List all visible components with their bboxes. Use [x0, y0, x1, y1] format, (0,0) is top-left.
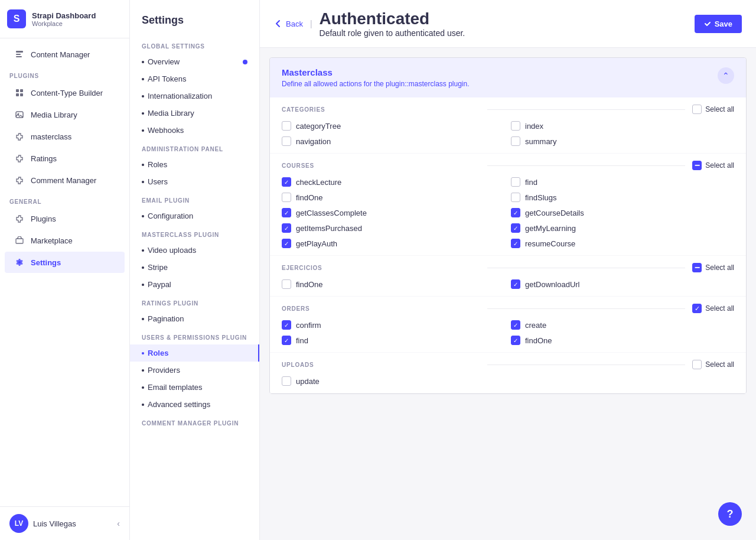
- checkbox-find[interactable]: [511, 177, 520, 187]
- nav-item-label: Overview: [148, 57, 180, 66]
- nav-item-label: Roles: [148, 349, 168, 357]
- checkbox-label: getDownloadUrl: [525, 280, 580, 289]
- back-button[interactable]: Back: [274, 19, 303, 28]
- settings-nav-internationalization[interactable]: Internationalization: [130, 87, 259, 105]
- uploads-select-all-label: Select all: [705, 360, 734, 369]
- sidebar-item-label: Settings: [31, 258, 61, 267]
- sidebar-item-settings[interactable]: Settings: [5, 252, 125, 273]
- settings-nav-users-admin[interactable]: Users: [130, 173, 259, 190]
- checkbox-index[interactable]: [511, 121, 520, 131]
- checkbox-getPlayAuth[interactable]: ✓: [282, 239, 291, 248]
- settings-nav-configuration[interactable]: Configuration: [130, 207, 259, 225]
- courses-select-all-label: Select all: [705, 161, 734, 170]
- checkbox-label: getItemsPurchased: [296, 224, 362, 233]
- settings-nav-providers[interactable]: Providers: [130, 362, 259, 379]
- settings-nav-media-library[interactable]: Media Library: [130, 105, 259, 122]
- app-logo: S: [7, 9, 26, 28]
- checkbox-label: create: [525, 321, 546, 330]
- section-divider: [487, 308, 686, 309]
- settings-nav-roles-up[interactable]: Roles: [130, 344, 259, 362]
- checkbox-confirm[interactable]: ✓: [282, 320, 291, 330]
- settings-nav-advanced-settings[interactable]: Advanced settings: [130, 396, 259, 413]
- sidebar-item-media-library[interactable]: Media Library: [5, 104, 125, 125]
- categories-checkboxes: categoryTree index navigation summary: [282, 121, 734, 146]
- sidebar-header: S Strapi Dashboard Workplace: [0, 0, 129, 38]
- nav-item-label: Configuration: [148, 212, 193, 220]
- sidebar-item-marketplace[interactable]: Marketplace: [5, 230, 125, 251]
- nav-item-label: Advanced settings: [148, 400, 210, 409]
- checkbox-ej-findOne[interactable]: [282, 279, 291, 289]
- checkbox-checkLecture[interactable]: ✓: [282, 177, 291, 187]
- page-title: Authenticated: [320, 9, 465, 28]
- sidebar-item-plugins[interactable]: Plugins: [5, 208, 125, 229]
- settings-nav-paypal[interactable]: Paypal: [130, 276, 259, 293]
- sidebar-item-ratings[interactable]: Ratings: [5, 148, 125, 169]
- puzzle-icon: [14, 131, 25, 142]
- checkbox-ord-findOne[interactable]: ✓: [511, 336, 520, 345]
- sidebar-item-comment-manager[interactable]: Comment Manager: [5, 170, 125, 191]
- media-icon: [14, 109, 25, 120]
- nav-item-label: Pagination: [148, 314, 184, 323]
- checkbox-resumeCourse[interactable]: ✓: [511, 239, 520, 248]
- svg-rect-5: [16, 93, 19, 96]
- app-subtitle: Workplace: [32, 20, 96, 27]
- checkbox-categoryTree[interactable]: [282, 121, 291, 131]
- content-area: Masterclass Define all allowed actions f…: [260, 48, 756, 540]
- checkbox-label: checkLecture: [296, 178, 341, 187]
- settings-nav-pagination[interactable]: Pagination: [130, 310, 259, 327]
- checkbox-getDownloadUrl[interactable]: ✓: [511, 279, 520, 289]
- save-button[interactable]: Save: [695, 15, 742, 33]
- main-content: Back | Authenticated Default role given …: [260, 0, 756, 540]
- nav-item-label: Email templates: [148, 383, 202, 392]
- orders-select-all-checkbox[interactable]: ✓: [692, 304, 702, 313]
- checkbox-label: index: [525, 122, 543, 131]
- settings-panel: Settings GLOBAL SETTINGS Overview API To…: [130, 0, 260, 540]
- checkbox-item-categoryTree: categoryTree: [282, 121, 505, 131]
- section-divider: [487, 109, 686, 110]
- help-button[interactable]: ?: [718, 502, 742, 526]
- sidebar-item-masterclass[interactable]: masterclass: [5, 126, 125, 147]
- settings-nav-video-uploads[interactable]: Video uploads: [130, 242, 259, 259]
- sidebar-item-content-manager[interactable]: Content Manager: [5, 44, 125, 65]
- checkbox-findSlugs[interactable]: [511, 193, 520, 202]
- checkbox-label: navigation: [296, 137, 331, 146]
- checkbox-create[interactable]: ✓: [511, 320, 520, 330]
- dot-icon: [142, 164, 144, 166]
- checkbox-getMyLearning[interactable]: ✓: [511, 223, 520, 233]
- settings-nav-api-tokens[interactable]: API Tokens: [130, 70, 259, 87]
- settings-nav-roles-admin[interactable]: Roles: [130, 156, 259, 173]
- checkbox-ord-find[interactable]: ✓: [282, 336, 291, 345]
- notification-dot: [243, 60, 247, 64]
- plugins-section-label: PLUGINS: [0, 66, 129, 82]
- checkbox-getClassesComplete[interactable]: ✓: [282, 208, 291, 217]
- content-icon: [14, 49, 25, 60]
- dot-icon: [142, 95, 144, 97]
- dot-icon: [142, 249, 144, 252]
- nav-item-label: API Tokens: [148, 74, 187, 83]
- ejercicios-select-all-checkbox[interactable]: −: [692, 263, 702, 272]
- checkbox-item-index: index: [511, 121, 734, 131]
- collapse-button[interactable]: ⌃: [718, 67, 734, 84]
- svg-rect-4: [20, 89, 23, 92]
- collapse-icon[interactable]: ‹: [117, 519, 120, 528]
- dot-icon: [142, 266, 144, 269]
- settings-nav-webhooks[interactable]: Webhooks: [130, 122, 259, 139]
- avatar: LV: [9, 514, 28, 533]
- checkbox-getItemsPurchased[interactable]: ✓: [282, 223, 291, 233]
- marketplace-icon: [14, 235, 25, 246]
- checkbox-update[interactable]: [282, 376, 291, 386]
- checkbox-findOne[interactable]: [282, 193, 291, 202]
- settings-nav-email-templates[interactable]: Email templates: [130, 379, 259, 396]
- checkbox-getCourseDetails[interactable]: ✓: [511, 208, 520, 217]
- uploads-select-all-checkbox[interactable]: [692, 360, 702, 369]
- checkbox-navigation[interactable]: [282, 136, 291, 146]
- categories-select-all-checkbox[interactable]: [692, 105, 702, 114]
- dot-icon: [142, 112, 144, 115]
- courses-select-all-checkbox[interactable]: −: [692, 161, 702, 170]
- sidebar-item-content-type-builder[interactable]: Content-Type Builder: [5, 82, 125, 103]
- settings-nav-stripe[interactable]: Stripe: [130, 259, 259, 276]
- checkbox-summary[interactable]: [511, 136, 520, 146]
- checkbox-label: getClassesComplete: [296, 209, 367, 217]
- settings-nav-overview[interactable]: Overview: [130, 53, 259, 70]
- plugin-section-masterclass: Masterclass Define all allowed actions f…: [269, 57, 747, 394]
